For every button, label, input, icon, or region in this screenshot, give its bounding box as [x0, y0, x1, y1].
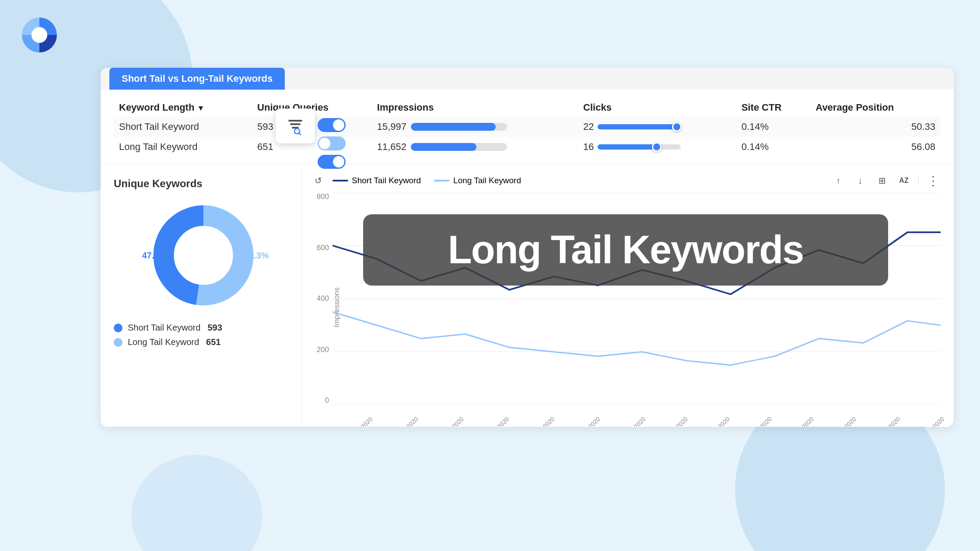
clicks-value: 16 — [583, 141, 594, 153]
table-row: Long Tail Keyword651 11,652 16 0.14%56.0… — [114, 137, 941, 157]
toggle-row-3 — [318, 155, 346, 169]
legend-dot-short — [114, 324, 122, 332]
x-axis-label: Nov 3, 2020 — [787, 415, 816, 427]
col-impressions: Impressions — [372, 98, 578, 117]
col-avg-position: Average Position — [810, 98, 941, 117]
impressions-cell: 11,652 — [377, 141, 573, 153]
y-axis-label: 800 — [317, 192, 329, 201]
tab-bar: Short Tail vs Long-Tail Keywords — [101, 68, 954, 90]
cell-site-ctr: 0.14% — [736, 137, 811, 157]
x-axis-label: Oct 30, 2020 — [872, 415, 901, 427]
donut-label-short: 47.7% — [142, 251, 167, 261]
bg-shape-bottom-left — [131, 455, 262, 551]
y-axis-labels: 8006004002000 — [311, 192, 332, 405]
impressions-value: 11,652 — [377, 141, 406, 153]
impressions-bar-wrap — [411, 123, 507, 131]
undo-icon[interactable]: ↺ — [311, 173, 326, 188]
x-axis-labels: Nov 23, 2020Nov 21, 2020Nov 19, 2020Nov … — [332, 405, 941, 422]
impressions-bar-fill — [411, 143, 476, 151]
x-axis-label: Oct 28, 2020 — [916, 415, 945, 427]
legend-short-line: Short Tail Keyword — [332, 176, 421, 185]
slider-fill — [598, 144, 658, 150]
toggle-long-tail[interactable] — [318, 136, 346, 150]
x-axis-label: Nov 17, 2020 — [480, 415, 510, 427]
line-panel-actions: ↑ ↓ ⊞ AZ ⋮ — [831, 173, 941, 188]
legend-label-long: Long Tail Keyword — [128, 337, 199, 347]
legend-value-short: 593 — [207, 323, 222, 333]
svg-rect-10 — [290, 123, 301, 125]
clicks-cell: 22 — [583, 121, 731, 133]
donut-panel: Unique Keywords 47.7% 52.3% Short Tail — [101, 164, 302, 427]
slider-thumb[interactable] — [652, 142, 662, 152]
col-clicks: Clicks — [578, 98, 736, 117]
donut-title: Unique Keywords — [114, 178, 203, 190]
toggle-row-2 — [318, 136, 346, 150]
down-arrow-icon[interactable]: ↓ — [853, 173, 868, 188]
col-site-ctr: Site CTR — [736, 98, 811, 117]
logo — [18, 13, 61, 57]
donut-chart: 47.7% 52.3% — [147, 199, 260, 312]
legend-text-short: Short Tail Keyword — [352, 176, 421, 185]
slider-thumb[interactable] — [672, 122, 682, 132]
action-divider — [918, 175, 919, 186]
more-options-icon[interactable]: ⋮ — [926, 173, 941, 188]
cell-site-ctr: 0.14% — [736, 117, 811, 137]
y-axis-label: 200 — [317, 345, 329, 354]
x-axis-label: Nov 1, 2020 — [829, 415, 858, 427]
overlay-text: Long Tail Keywords — [448, 227, 803, 272]
toggle-knob-2 — [319, 138, 330, 149]
slider-fill — [598, 124, 681, 129]
toggle-short-tail[interactable] — [318, 118, 346, 132]
filter-icon-box[interactable] — [276, 108, 315, 143]
y-axis-label: 400 — [317, 294, 329, 303]
legend-dot-long — [114, 338, 122, 347]
donut-label-long: 52.3% — [244, 251, 269, 261]
x-axis-label: Nov 7, 2020 — [703, 415, 731, 427]
impressions-value: 15,997 — [377, 121, 406, 133]
impressions-bar-fill — [411, 123, 496, 131]
y-axis-label: 600 — [317, 244, 329, 252]
x-axis-label: Nov 11, 2020 — [616, 415, 647, 427]
main-card: Short Tail vs Long-Tail Keywords Keyword… — [101, 68, 954, 427]
clicks-value: 22 — [583, 121, 594, 133]
overlay-tooltip: Long Tail Keywords — [363, 214, 888, 286]
legend-short-tail: Short Tail Keyword 593 — [114, 323, 222, 333]
svg-rect-9 — [288, 120, 302, 122]
line-panel: ↺ Short Tail Keyword Long Tail Keyword ↑ — [302, 164, 954, 427]
cell-clicks: 16 — [578, 137, 736, 157]
data-table: Keyword Length ▾ Unique Queries Impressi… — [114, 98, 941, 157]
x-axis-label: Nov 15, 2020 — [525, 415, 556, 427]
legend-text-long: Long Tail Keyword — [453, 176, 521, 185]
x-axis-label: Nov 23, 2020 — [343, 415, 374, 427]
col-keyword-length[interactable]: Keyword Length ▾ — [114, 98, 252, 117]
toggle-knob-1 — [333, 119, 344, 131]
legend-value-long: 651 — [206, 337, 220, 347]
clicks-cell: 16 — [583, 141, 731, 153]
impressions-cell: 15,997 — [377, 121, 573, 133]
legend-label-short: Short Tail Keyword — [128, 323, 200, 333]
x-axis-label: Nov 19, 2020 — [434, 415, 465, 427]
toggle-knob-3 — [333, 156, 344, 167]
cell-avg-position: 50.33 — [810, 117, 941, 137]
chart-type-icon[interactable]: ⊞ — [875, 173, 889, 188]
line-panel-header: ↺ Short Tail Keyword Long Tail Keyword ↑ — [311, 173, 941, 188]
svg-point-0 — [32, 27, 47, 43]
legend-long-line: Long Tail Keyword — [434, 176, 521, 185]
filter-icon-overlay — [276, 108, 315, 143]
toggle-extra[interactable] — [318, 155, 346, 169]
tab-short-vs-long[interactable]: Short Tail vs Long-Tail Keywords — [109, 68, 285, 90]
chart-area: Long Tail Keywords 8006004002000 Impress… — [311, 192, 941, 422]
legend-dash-long — [434, 180, 450, 181]
sort-icon: ▾ — [199, 104, 203, 112]
clicks-slider[interactable] — [598, 124, 681, 129]
clicks-slider[interactable] — [598, 144, 681, 150]
cell-avg-position: 56.08 — [810, 137, 941, 157]
x-axis-label: Nov 5, 2020 — [745, 415, 773, 427]
x-axis-label: Nov 13, 2020 — [570, 415, 601, 427]
toggle-switches-overlay — [318, 118, 346, 169]
up-arrow-icon[interactable]: ↑ — [831, 173, 846, 188]
donut-legend: Short Tail Keyword 593 Long Tail Keyword… — [114, 323, 222, 347]
cell-impressions: 15,997 — [372, 117, 578, 137]
az-sort-icon[interactable]: AZ — [896, 173, 911, 188]
toggle-row-1 — [318, 118, 346, 132]
